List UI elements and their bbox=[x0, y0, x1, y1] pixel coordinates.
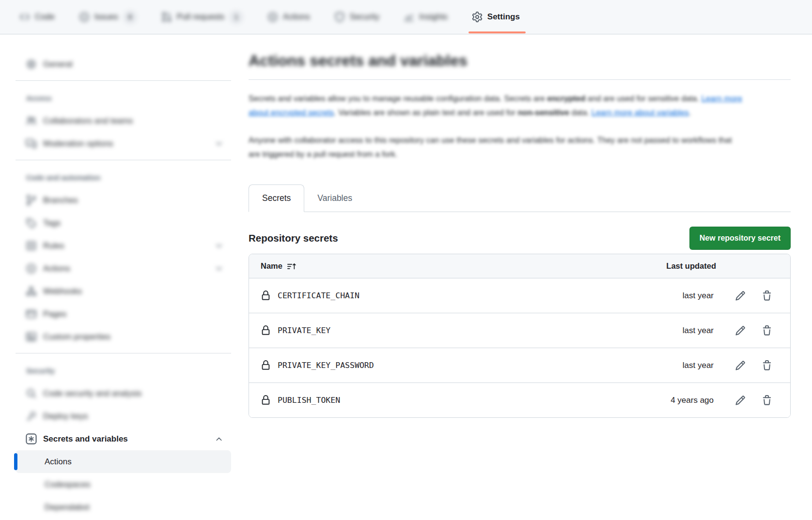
description-text: Secrets and variables allow you to manag… bbox=[249, 94, 547, 103]
main-content: Actions secrets and variables Secrets an… bbox=[249, 34, 791, 520]
description-paragraph-2: Anyone with collaborator access to this … bbox=[249, 133, 738, 161]
git-pull-request-icon bbox=[161, 12, 172, 22]
tab-settings[interactable]: Settings bbox=[472, 0, 520, 34]
settings-active-underline bbox=[468, 31, 526, 33]
tab-pull-requests[interactable]: Pull requests 1 bbox=[161, 0, 243, 34]
tab-label: Security bbox=[350, 12, 379, 22]
sidebar-item-tags[interactable]: Tags bbox=[16, 212, 231, 234]
sidebar-item-collaborators[interactable]: Collaborators and teams bbox=[16, 109, 231, 132]
play-circle-icon bbox=[267, 12, 278, 22]
edit-secret-button[interactable] bbox=[735, 395, 747, 406]
secret-row: PRIVATE_KEY_PASSWORD last year bbox=[249, 348, 790, 382]
sidebar-item-label: Tags bbox=[43, 218, 61, 228]
key-icon bbox=[26, 411, 37, 422]
encrypted-bold-text: encrypted bbox=[547, 94, 585, 103]
gear-icon bbox=[472, 12, 483, 22]
secret-row: PRIVATE_KEY last year bbox=[249, 313, 790, 348]
edit-secret-button[interactable] bbox=[735, 290, 747, 302]
secret-updated: last year bbox=[651, 361, 714, 370]
secret-row: CERTIFICATE_CHAIN last year bbox=[249, 278, 790, 313]
learn-more-variables-link[interactable]: Learn more about variables bbox=[592, 108, 689, 117]
tab-secrets[interactable]: Secrets bbox=[249, 184, 304, 212]
lock-icon bbox=[261, 395, 271, 405]
pull-requests-count-badge: 1 bbox=[229, 10, 243, 24]
sidebar-item-code-security[interactable]: Code security and analysis bbox=[16, 382, 231, 405]
repository-secrets-header-row: Repository secrets New repository secret bbox=[249, 227, 791, 250]
tab-code[interactable]: Code bbox=[19, 0, 55, 34]
sidebar-item-pages[interactable]: Pages bbox=[16, 303, 231, 325]
sidebar-item-branches[interactable]: Branches bbox=[16, 189, 231, 212]
delete-secret-button[interactable] bbox=[762, 325, 773, 336]
description-text: . bbox=[689, 108, 691, 117]
sidebar-section-access: Access bbox=[16, 87, 231, 109]
chevron-down-icon bbox=[215, 264, 223, 273]
secrets-table: Name Last updated CERTIFICATE_CHAIN last… bbox=[249, 254, 791, 418]
edit-secret-button[interactable] bbox=[735, 360, 747, 371]
sidebar-item-custom-properties[interactable]: Custom properties bbox=[16, 325, 231, 348]
name-column-sort-header[interactable]: Name bbox=[261, 261, 666, 271]
note-icon bbox=[26, 331, 37, 342]
pencil-icon bbox=[735, 395, 746, 406]
delete-secret-button[interactable] bbox=[762, 360, 773, 371]
title-divider bbox=[249, 79, 791, 80]
chevron-up-icon bbox=[215, 435, 223, 444]
tab-insights[interactable]: Insights bbox=[404, 0, 448, 34]
secrets-table-header: Name Last updated bbox=[249, 254, 790, 278]
shield-icon bbox=[334, 12, 345, 22]
sidebar-item-label: General bbox=[43, 60, 72, 69]
secrets-variables-tabs: Secrets Variables bbox=[249, 184, 791, 212]
edit-secret-button[interactable] bbox=[735, 325, 747, 336]
sidebar-item-label: Rules bbox=[43, 241, 64, 251]
secret-name: PRIVATE_KEY bbox=[278, 326, 651, 335]
delete-secret-button[interactable] bbox=[762, 290, 773, 302]
tab-security[interactable]: Security bbox=[334, 0, 379, 34]
sidebar-subitem-actions-secrets[interactable]: Actions bbox=[16, 450, 231, 473]
sidebar-item-secrets-and-variables[interactable]: Secrets and variables bbox=[16, 428, 231, 450]
description-text: data. bbox=[569, 108, 592, 117]
tab-actions[interactable]: Actions bbox=[267, 0, 310, 34]
sidebar-item-label: Secrets and variables bbox=[43, 434, 128, 444]
tab-variables[interactable]: Variables bbox=[304, 184, 365, 212]
sidebar-item-label: Pages bbox=[43, 309, 66, 319]
key-asterisk-icon bbox=[26, 433, 37, 444]
pencil-icon bbox=[735, 360, 746, 371]
selected-indicator-bar bbox=[14, 453, 17, 470]
lock-icon bbox=[261, 325, 271, 336]
sidebar-item-label: Dependabot bbox=[45, 503, 90, 512]
tab-label: Actions bbox=[283, 12, 310, 22]
sidebar-item-deploy-keys[interactable]: Deploy keys bbox=[16, 405, 231, 428]
sidebar-item-label: Moderation options bbox=[43, 139, 113, 149]
secret-updated: 4 years ago bbox=[651, 396, 714, 405]
secret-updated: last year bbox=[651, 326, 714, 336]
trash-icon bbox=[762, 291, 772, 301]
pencil-icon bbox=[735, 291, 746, 301]
sidebar-item-webhooks[interactable]: Webhooks bbox=[16, 280, 231, 303]
secret-name: CERTIFICATE_CHAIN bbox=[278, 291, 651, 300]
sidebar-item-actions[interactable]: Actions bbox=[16, 257, 231, 280]
sidebar-item-label: Actions bbox=[45, 457, 72, 467]
sidebar-item-label: Code security and analysis bbox=[43, 389, 141, 398]
description-text: . Variables are shown as plain text and … bbox=[334, 108, 517, 117]
sidebar-item-label: Custom properties bbox=[43, 332, 110, 342]
new-repository-secret-button[interactable]: New repository secret bbox=[689, 227, 791, 250]
sidebar-item-rules[interactable]: Rules bbox=[16, 234, 231, 257]
sidebar-divider bbox=[16, 80, 231, 81]
trash-icon bbox=[762, 360, 772, 371]
sidebar-section-security: Security bbox=[16, 359, 231, 382]
trash-icon bbox=[762, 395, 772, 406]
sidebar-item-label: Branches bbox=[43, 196, 78, 205]
sidebar-section-code-automation: Code and automation bbox=[16, 166, 231, 189]
sidebar-divider bbox=[16, 160, 231, 160]
tab-issues[interactable]: Issues 8 bbox=[79, 0, 137, 34]
tag-icon bbox=[26, 217, 37, 229]
comment-discussion-icon bbox=[26, 138, 37, 149]
delete-secret-button[interactable] bbox=[762, 395, 773, 406]
sidebar-item-moderation[interactable]: Moderation options bbox=[16, 132, 231, 155]
page-title: Actions secrets and variables bbox=[249, 52, 791, 70]
graph-icon bbox=[404, 12, 414, 22]
sidebar-item-general[interactable]: General bbox=[16, 53, 231, 76]
issue-opened-icon bbox=[79, 12, 90, 22]
sidebar-subitem-dependabot-secrets[interactable]: Dependabot bbox=[16, 496, 231, 519]
sidebar-item-label: Collaborators and teams bbox=[43, 116, 133, 126]
sidebar-subitem-codespaces-secrets[interactable]: Codespaces bbox=[16, 473, 231, 496]
